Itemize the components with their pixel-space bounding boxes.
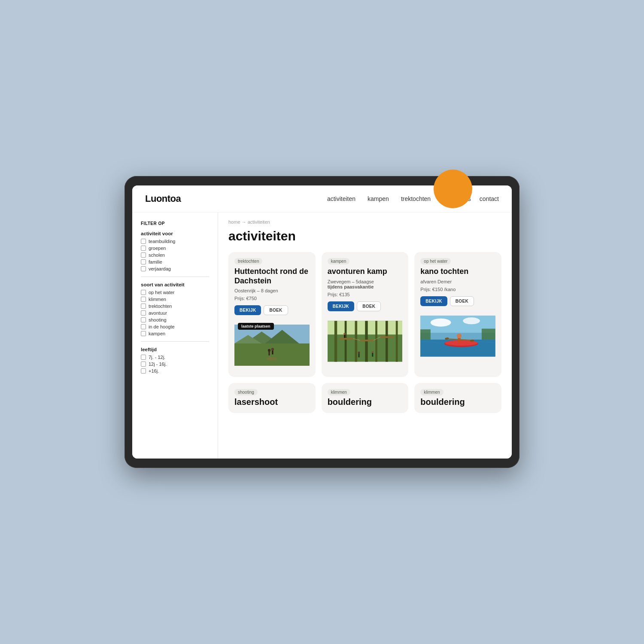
checkbox-teambuilding[interactable] [141, 239, 146, 244]
card-avonturen: kampen avonturen kamp Zwevegem – 5daagse… [322, 252, 409, 377]
card3-subtitle: afvaren Demer [420, 279, 495, 284]
breadcrumb: home → activiteiten [228, 219, 501, 225]
svg-rect-45 [482, 328, 495, 339]
logo[interactable]: Luontoa [145, 193, 181, 204]
label-kampen: kampen [149, 331, 165, 336]
filter-16plus[interactable]: +16j. [141, 368, 209, 374]
filter-op-het-water[interactable]: op het water [141, 290, 209, 295]
checkbox-kampen[interactable] [141, 331, 146, 336]
checkbox-shooting[interactable] [141, 317, 146, 322]
card1-boek-button[interactable]: BOEK [264, 305, 288, 315]
filter-verjaardag[interactable]: verjaardag [141, 266, 209, 271]
label-12-16: 12j - 16j. [149, 361, 167, 367]
leeftijd-label: leeftijd [141, 347, 209, 352]
checkbox-16plus[interactable] [141, 368, 146, 374]
card3-image-container [420, 310, 495, 362]
checkbox-trektochten[interactable] [141, 304, 146, 309]
tablet-shell: Luontoa activiteiten kampen trektochten … [125, 176, 519, 468]
label-7-12: 7j. - 12j. [149, 355, 165, 360]
svg-rect-20 [395, 321, 398, 361]
card-kano: op het water kano tochten afvaren Demer … [414, 252, 501, 377]
bcard-lasershoot: shooting lasershoot [228, 383, 316, 413]
svg-rect-28 [358, 353, 359, 357]
filter-klimmen[interactable]: klimmen [141, 297, 209, 302]
checkbox-klimmen[interactable] [141, 297, 146, 302]
main-layout: FILTER OP activiteit voor teambuilding g… [132, 213, 512, 459]
checkbox-avontuur[interactable] [141, 310, 146, 316]
card3-boek-button[interactable]: BOEK [450, 296, 474, 306]
breadcrumb-home[interactable]: home [228, 219, 240, 225]
divider-2 [141, 341, 209, 342]
card1-title: Huttentocht rond de Dachstein [234, 267, 310, 286]
nav-link-trektochten[interactable]: trektochten [401, 195, 431, 202]
checkbox-in-de-hoogte[interactable] [141, 324, 146, 329]
checkbox-groepen[interactable] [141, 246, 146, 251]
nav-link-kampen[interactable]: kampen [368, 195, 389, 202]
filter-shooting[interactable]: shooting [141, 317, 209, 322]
svg-point-7 [267, 357, 277, 361]
card1-subtitle: Oostenrijk – 8 dagen [234, 288, 310, 293]
filter-kampen[interactable]: kampen [141, 331, 209, 336]
content-area: home → activiteiten activiteiten trektoc… [218, 213, 512, 459]
filter-in-de-hoogte[interactable]: in de hoogte [141, 324, 209, 329]
checkbox-12-16[interactable] [141, 361, 146, 367]
svg-point-31 [371, 351, 374, 353]
svg-rect-18 [375, 321, 377, 361]
svg-rect-14 [334, 321, 337, 361]
svg-point-9 [268, 349, 270, 352]
filter-scholen[interactable]: scholen [141, 252, 209, 258]
card2-image-container [328, 316, 403, 367]
card3-bekijk-button[interactable]: BEKIJK [420, 296, 447, 306]
divider-1 [141, 276, 209, 277]
label-verjaardag: verjaardag [149, 266, 171, 271]
filter-avontuur[interactable]: avontuur [141, 310, 209, 316]
svg-rect-6 [234, 343, 310, 366]
label-in-de-hoogte: in de hoogte [149, 324, 175, 329]
bcard-bouldering-1: klimmen bouldering [322, 383, 409, 413]
label-klimmen: klimmen [149, 297, 166, 302]
bcard-bouldering-2: klimmen bouldering [414, 383, 501, 413]
checkbox-familie[interactable] [141, 259, 146, 264]
card-huttentocht: trektochten Huttentocht rond de Dachstei… [228, 252, 316, 377]
bcard2-title: bouldering [328, 397, 403, 407]
checkbox-verjaardag[interactable] [141, 266, 146, 271]
filter-7-12[interactable]: 7j. - 12j. [141, 355, 209, 360]
filter-heading: FILTER OP [141, 221, 209, 226]
card2-actions: BEKIJK BOEK [328, 301, 403, 311]
svg-rect-44 [420, 329, 431, 340]
card3-image [420, 310, 495, 362]
card1-badge: laatste plaatsen [238, 323, 274, 330]
sidebar: FILTER OP activiteit voor teambuilding g… [132, 213, 218, 459]
breadcrumb-separator: → [242, 219, 248, 225]
checkbox-7-12[interactable] [141, 355, 146, 360]
checkbox-scholen[interactable] [141, 252, 146, 258]
filter-groepen[interactable]: groepen [141, 246, 209, 251]
nav-link-activiteiten[interactable]: activiteiten [327, 195, 355, 202]
bcard1-title: lasershoot [234, 397, 310, 407]
nav-link-contact[interactable]: contact [480, 195, 499, 202]
page-title: activiteiten [228, 229, 501, 243]
svg-rect-30 [372, 352, 373, 357]
card2-title: avonturen kamp [328, 267, 403, 276]
filter-trektochten[interactable]: trektochten [141, 304, 209, 309]
card1-bekijk-button[interactable]: BEKIJK [234, 305, 261, 315]
card2-bekijk-button[interactable]: BEKIJK [328, 301, 354, 311]
filter-12-16[interactable]: 12j - 16j. [141, 361, 209, 367]
svg-rect-21 [339, 338, 353, 340]
checkbox-op-het-water[interactable] [141, 290, 146, 295]
svg-rect-26 [344, 334, 345, 338]
svg-rect-10 [272, 350, 273, 355]
cards-grid: trektochten Huttentocht rond de Dachstei… [228, 252, 501, 377]
label-teambuilding: teambuilding [149, 239, 175, 244]
card3-title: kano tochten [420, 267, 495, 276]
filter-familie[interactable]: familie [141, 259, 209, 264]
label-shooting: shooting [149, 317, 167, 322]
breadcrumb-current: activiteiten [248, 219, 270, 225]
bcard3-category: klimmen [420, 389, 443, 395]
card2-boek-button[interactable]: BOEK [357, 301, 381, 311]
filter-teambuilding[interactable]: teambuilding [141, 239, 209, 244]
label-familie: familie [149, 259, 162, 264]
svg-point-34 [431, 318, 451, 326]
tablet-screen: Luontoa activiteiten kampen trektochten … [132, 185, 512, 459]
nav-links: activiteiten kampen trektochten [327, 195, 431, 203]
